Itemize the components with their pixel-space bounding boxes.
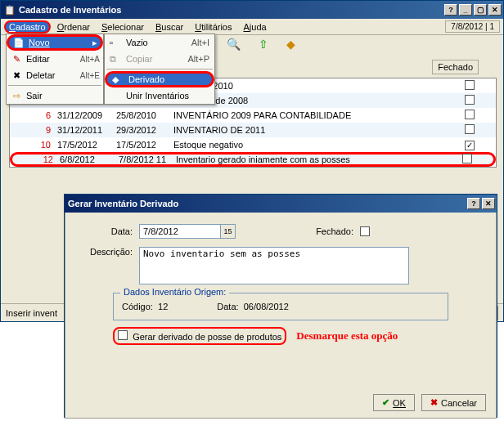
cell-codigo: 12 — [12, 155, 56, 164]
posse-checkbox[interactable] — [118, 330, 128, 340]
window-title: Cadastro de Inventários — [19, 5, 121, 15]
posse-label: Gerar derivado de posse de produtos — [133, 332, 281, 342]
ok-label: OK — [393, 398, 406, 408]
row-checkbox[interactable]: ✓ — [465, 141, 475, 150]
app-icon: 📋 — [4, 5, 16, 16]
submenu-arrow-icon: ▸ — [92, 38, 97, 48]
lbl-descricao: Descrição: — [80, 247, 139, 257]
cancel-button[interactable]: ✖ Cancelar — [421, 394, 486, 411]
row-checkbox[interactable] — [465, 95, 475, 105]
origem-fieldset: Dados Inventário Origem: Código: 12 Data… — [113, 293, 448, 320]
dialog-close-button[interactable]: ✕ — [482, 198, 495, 209]
data-input[interactable] — [139, 224, 221, 239]
new-icon: 📄 — [12, 36, 25, 49]
dialog-title: Gerar Inventário Derivado — [68, 199, 178, 208]
cell-codigo: 10 — [10, 140, 54, 150]
cell-data1: 17/5/2012 — [54, 140, 113, 150]
cell-fechado — [443, 80, 496, 92]
cancel-label: Cancelar — [441, 398, 477, 408]
table-row[interactable]: 931/12/201129/3/2012INVENTARIO DE 2011 — [10, 123, 496, 137]
help-button[interactable]: ? — [444, 4, 457, 16]
novo-submenu: ▫ Vazio Alt+I ⧉ Copiar Alt+P ◆ Derivado … — [104, 34, 215, 105]
cell-fechado — [443, 95, 496, 106]
cell-data2: 17/5/2012 — [113, 140, 170, 150]
submenu-copiar: ⧉ Copiar Alt+P — [105, 51, 214, 67]
check-icon: ✔ — [382, 397, 389, 408]
binoculars-icon[interactable]: 🔍 — [227, 38, 241, 51]
cell-data1: 6/8/2012 — [56, 155, 115, 164]
origem-data-lbl: Data: — [217, 302, 238, 311]
submenu-derivado[interactable]: ◆ Derivado — [105, 71, 214, 87]
toolbar: 🔍 ⇧ ◆ — [227, 33, 295, 56]
date-status: 7/8/2012 | 1 — [445, 20, 500, 33]
cell-fechado — [443, 124, 496, 136]
menu-cadastro[interactable]: Cadastro — [4, 20, 51, 34]
menu-sair-label: Sair — [26, 91, 43, 101]
origem-data-val: 06/08/2012 — [244, 302, 289, 311]
menu-utilitarios[interactable]: Utilitários — [190, 20, 236, 34]
row-checkbox[interactable] — [462, 154, 472, 163]
table-row[interactable]: 631/12/200925/8/2010INVENTÁRIO 2009 PARA… — [10, 108, 496, 123]
submenu-vazio-label: Vazio — [126, 38, 148, 47]
cell-desc: INVENTARIO DE 2011 — [170, 125, 443, 135]
export-icon[interactable]: ⇧ — [259, 38, 268, 51]
cell-desc: INVENTÁRIO 2009 PARA CONTABILIDADE — [170, 110, 443, 120]
cadastro-dropdown: 📄 Novo ▸ ✎ Editar Alt+A ✖ Deletar Alt+E … — [6, 34, 104, 105]
dialog-titlebar: Gerar Inventário Derivado ? ✕ — [65, 195, 497, 213]
edit-icon: ✎ — [10, 52, 23, 65]
main-titlebar: 📋 Cadastro de Inventários ? _ ▢ ✕ — [1, 1, 503, 19]
row-checkbox[interactable] — [465, 80, 475, 90]
origem-codigo-val: 12 — [158, 302, 168, 311]
posse-highlight: Gerar derivado de posse de produtos — [113, 327, 286, 345]
menu-sair[interactable]: ⇨ Sair — [7, 87, 103, 104]
calendar-icon[interactable]: 15 — [221, 224, 236, 239]
cell-codigo: 6 — [10, 110, 54, 120]
row-checkbox[interactable] — [465, 110, 475, 119]
submenu-unir[interactable]: Unir Inventários — [105, 87, 214, 104]
submenu-vazio[interactable]: ▫ Vazio Alt+I — [105, 34, 214, 51]
submenu-copiar-kb: Alt+P — [187, 54, 209, 64]
fechado-checkbox[interactable] — [360, 226, 370, 236]
menu-novo-label: Novo — [29, 38, 50, 47]
status-text: Inserir invent — [6, 308, 57, 318]
menu-ajuda[interactable]: Ajuda — [239, 20, 272, 34]
menu-novo[interactable]: 📄 Novo ▸ — [7, 34, 103, 51]
tag-icon[interactable]: ◆ — [286, 38, 295, 51]
col-fechado[interactable]: Fechado — [432, 60, 479, 74]
exit-icon: ⇨ — [10, 89, 23, 102]
descricao-input[interactable] — [139, 247, 409, 284]
table-row[interactable]: 1017/5/201217/5/2012Estoque negativo✓ — [10, 137, 496, 152]
menu-editar[interactable]: ✎ Editar Alt+A — [7, 51, 103, 67]
cell-desc: Estoque negativo — [170, 140, 443, 150]
submenu-vazio-kb: Alt+I — [191, 38, 209, 47]
table-row[interactable]: 126/8/20127/8/2012 11Inventario gerado i… — [10, 152, 496, 167]
menu-deletar-label: Deletar — [26, 70, 55, 80]
row-checkbox[interactable] — [465, 124, 475, 134]
derivado-dialog: Gerar Inventário Derivado ? ✕ Data: 15 F… — [64, 194, 497, 418]
cell-data2: 25/8/2010 — [113, 110, 170, 120]
maximize-button[interactable]: ▢ — [474, 4, 487, 16]
lbl-data: Data: — [80, 226, 139, 236]
blank-doc-icon: ▫ — [110, 38, 123, 47]
cell-data1: 31/12/2009 — [54, 110, 113, 120]
close-button[interactable]: ✕ — [488, 4, 502, 16]
cell-data2: 7/8/2012 11 — [115, 155, 173, 164]
dialog-help-button[interactable]: ? — [467, 198, 480, 209]
cell-codigo: 9 — [10, 125, 54, 135]
submenu-derivado-label: Derivado — [128, 74, 164, 84]
minimize-button[interactable]: _ — [459, 4, 472, 16]
origem-codigo-lbl: Código: — [122, 302, 153, 311]
menu-buscar[interactable]: Buscar — [151, 20, 188, 34]
submenu-unir-label: Unir Inventários — [126, 91, 189, 101]
menu-editar-kb: Alt+A — [80, 55, 100, 64]
delete-icon: ✖ — [10, 69, 23, 82]
menu-selecionar[interactable]: Selecionar — [97, 20, 149, 34]
cell-fechado: ✓ — [443, 140, 496, 150]
menu-ordenar[interactable]: Ordenar — [52, 20, 95, 34]
ok-button[interactable]: ✔ OK — [373, 394, 415, 411]
menu-deletar-kb: Alt+E — [80, 71, 100, 80]
menu-deletar[interactable]: ✖ Deletar Alt+E — [7, 67, 103, 83]
cell-fechado — [441, 154, 493, 165]
posse-note: Desmarque esta opção — [296, 329, 398, 343]
tag-icon: ◆ — [112, 74, 125, 85]
